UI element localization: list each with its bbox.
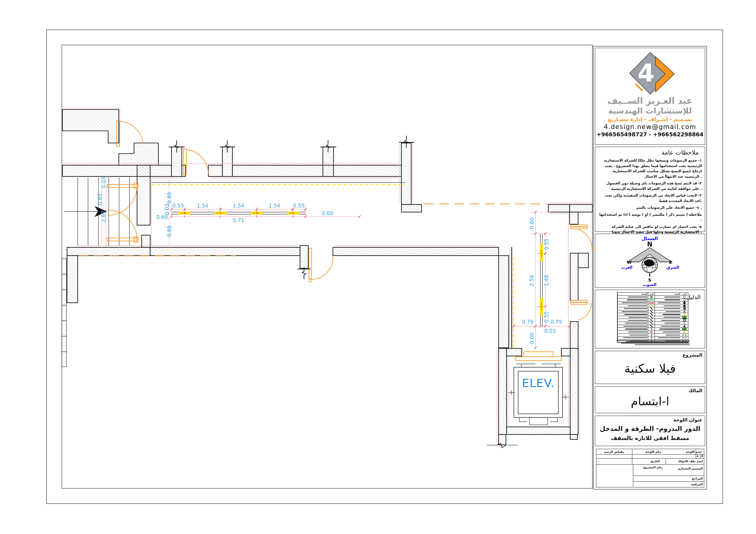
box-x-symbol-icon — [683, 319, 686, 321]
legend-row — [617, 298, 688, 301]
dim-label: 5.71 — [233, 217, 244, 223]
legend-row — [617, 296, 688, 299]
legend-desc-text — [624, 308, 647, 309]
dim-label: 1.54 — [197, 203, 208, 209]
left-wall-strip — [62, 259, 67, 367]
dim-label: 0.60 — [529, 333, 535, 344]
lamp-symbol-icon — [683, 296, 686, 298]
legend-desc-text — [658, 302, 680, 303]
legend-desc-text — [627, 299, 647, 300]
info-designer-label: المصمم المعماري — [678, 467, 703, 470]
dim-label: 0.55 — [543, 239, 550, 250]
sheet-title-panel: عنوان اللوحة الدور البدروم- الطرقة و الم… — [595, 416, 705, 446]
note-item: ٢- قد لايتم نسخ هذه الرسومات باى وسيلة د… — [598, 181, 702, 191]
legend-row — [617, 328, 688, 331]
top-wall-door — [184, 149, 208, 175]
dim-label: 2.56 — [529, 275, 535, 286]
top-wall — [63, 136, 421, 212]
legend-row — [617, 307, 688, 310]
legend-row — [617, 325, 688, 328]
legend-desc-text — [665, 311, 680, 312]
info-sheet-no-label: رقم اللوحة — [645, 450, 661, 453]
slash-symbol-icon — [650, 325, 653, 327]
dot-symbol-icon — [651, 334, 652, 336]
compass-w: W — [627, 260, 632, 265]
compass-e: E — [669, 260, 672, 265]
dim-label: 0.60 — [322, 210, 333, 216]
legend-desc-text — [625, 323, 647, 323]
legend-header-row: الوصف الرمز الوصف الرمز — [617, 293, 688, 296]
dim-label: 2.89 — [100, 211, 107, 222]
legend-col-desc: الوصف — [655, 293, 681, 295]
legend-desc-text — [664, 297, 680, 297]
dot-symbol-icon — [651, 337, 652, 338]
upper-left-walls — [63, 108, 158, 165]
sheet-title-line1: الدور البدروم- الطرقة و المدخل — [595, 425, 705, 432]
legend-desc-text — [664, 305, 680, 306]
legend-desc-text — [661, 326, 680, 326]
line-red-symbol-icon — [649, 302, 654, 303]
dim-label: 0.89 — [166, 225, 173, 237]
flag-red-symbol-icon — [683, 310, 686, 313]
legend-desc-text — [628, 297, 647, 297]
legend-desc-text — [628, 305, 647, 306]
compass-n: N — [647, 241, 652, 248]
dash-symbol-icon — [682, 335, 687, 335]
flag-yellow-symbol-icon — [683, 314, 686, 316]
company-services: تصـميم - إشـراف - إدارة مشـاريع — [595, 115, 705, 123]
owner-name: ا-ابتسام — [595, 394, 705, 408]
tri-symbol-icon — [683, 322, 686, 324]
compass-s: S — [648, 277, 652, 282]
legend-col-desc: الوصف — [617, 293, 648, 295]
info-date-label: التاريخ — [651, 459, 660, 463]
lamp-symbol-icon — [683, 298, 686, 301]
slash-symbol-icon — [650, 322, 653, 324]
owner-label: المالك — [688, 388, 702, 394]
project-name: فيلا سكنية — [595, 362, 705, 375]
notes-title: ملاحظات عامة — [598, 149, 699, 156]
compass-east-ar: الشرق — [667, 265, 679, 269]
sheet-title-label: عنوان اللوحة — [673, 417, 702, 423]
dim-label: 0.55 — [173, 203, 184, 209]
lamp3-symbol-icon — [684, 308, 686, 310]
dim-vertical: 0.60 2.56 0.60 0.55 1.46 0.55 0.79 0.79 … — [513, 211, 571, 349]
info-sheet-size-label: حجم اللوحة — [686, 450, 702, 453]
dim-label: 0.55 — [293, 203, 305, 209]
compass-panel: الشمال N W الغرب E الشرق S الجنوب — [595, 234, 705, 288]
info-reviewer-label: المراجع — [692, 477, 703, 480]
legend-desc-text — [663, 332, 680, 332]
legend-title: الدليل — [686, 293, 701, 300]
right-wall — [568, 213, 592, 348]
note-item: ٥- يجب احضار اى تضارب او تناقض الى عناية… — [598, 224, 702, 235]
dim-label: 0.89 — [166, 192, 173, 204]
drawing-sheet: 0.55 1.54 1.54 1.54 0.55 5.71 0.60 0.60 … — [0, 0, 756, 534]
legend-desc-text — [624, 314, 647, 315]
dim-label: 0.65 — [97, 193, 103, 205]
dim-label: 1.54 — [233, 203, 244, 209]
owner-panel: المالك ا-ابتسام — [595, 386, 705, 413]
legend-row — [617, 301, 688, 305]
dash-symbol-icon — [682, 338, 687, 338]
corridor-light-strip-horizontal — [172, 209, 306, 217]
legend-desc-text — [628, 320, 647, 321]
legend-desc-text — [628, 332, 647, 332]
info-scale-label: مقياس الرسم — [604, 450, 624, 453]
elevator-car — [508, 364, 569, 425]
legend-row — [617, 304, 688, 307]
legend-row — [617, 319, 688, 322]
info-project-no-label: رقم المشروع — [643, 466, 662, 469]
bottom-wall — [67, 245, 514, 348]
legend-desc-text — [624, 326, 647, 326]
dim-label: 1.46 — [543, 275, 550, 286]
legend-desc-text — [664, 317, 680, 318]
company-name-line1: عبد العـزيز الســيف — [595, 95, 705, 106]
cross-red-symbol-icon — [650, 331, 652, 333]
legend-row — [617, 331, 688, 334]
note-item: ملاحظة ( سيتم ذكر ( ملليمتر ) او ( بوصة … — [598, 212, 702, 223]
box-green-symbol-icon — [682, 328, 687, 330]
sheet-info-table: حجم اللوحة ٨ 3 رقم اللوحة مقياس الرسم اس… — [596, 449, 704, 488]
dim-label: 0.03 — [544, 328, 556, 334]
legend-desc-text — [623, 338, 647, 338]
legend-row — [617, 316, 688, 319]
note-item: ٤- جميع الابعاد على الرسومات بالمتر . — [598, 205, 702, 211]
